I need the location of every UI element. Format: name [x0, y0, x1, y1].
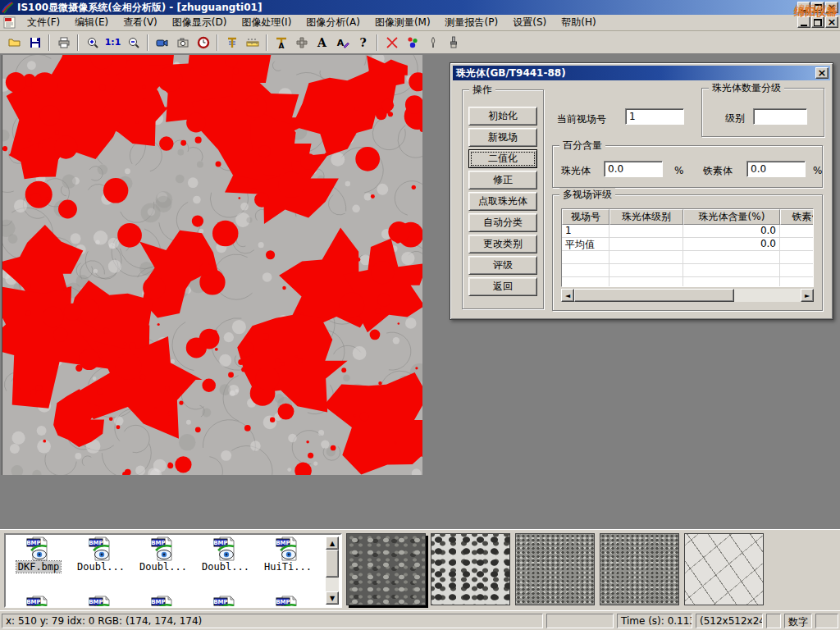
- maximize-button[interactable]: [811, 2, 824, 13]
- thumbnail-2[interactable]: [431, 533, 510, 605]
- toolbar-separator: [217, 34, 218, 51]
- operation-button[interactable]: 评级: [468, 256, 537, 275]
- mdi-restore-button[interactable]: [811, 16, 824, 28]
- operation-button[interactable]: 点取珠光体: [468, 192, 537, 211]
- file-item[interactable]: BMP Doubl...: [194, 536, 257, 573]
- scroll-right-icon[interactable]: ►: [801, 289, 814, 302]
- operation-button[interactable]: 初始化: [468, 107, 537, 126]
- operation-button[interactable]: 二值化: [468, 149, 537, 168]
- help-icon[interactable]: ?: [353, 33, 373, 52]
- brush-icon[interactable]: [443, 33, 463, 52]
- scroll-left-icon[interactable]: ◄: [561, 289, 574, 302]
- operation-button[interactable]: 返回: [468, 277, 537, 296]
- operations-group-label: 操作: [469, 83, 495, 97]
- timer-icon[interactable]: [193, 33, 213, 52]
- level-input[interactable]: [753, 108, 807, 125]
- curve-cut-icon[interactable]: [381, 33, 402, 52]
- file-item[interactable]: BMP: [7, 596, 70, 608]
- operation-button[interactable]: 更改类别: [468, 235, 537, 253]
- video-capture-icon[interactable]: [152, 33, 172, 52]
- scroll-down-icon[interactable]: ▼: [326, 591, 339, 605]
- cell-field-no: 1: [562, 225, 609, 238]
- operation-button[interactable]: 修正: [468, 171, 537, 189]
- dialog-close-icon[interactable]: [815, 67, 829, 79]
- save-icon[interactable]: [25, 33, 45, 52]
- menu-item[interactable]: 图像显示(D): [165, 14, 235, 31]
- file-vertical-scrollbar[interactable]: ▲ ▼: [326, 536, 339, 605]
- file-browser[interactable]: BMP DKF.bmp BMP Doubl... BMP Doubl... BM…: [4, 533, 342, 608]
- header-ferrite-content[interactable]: 铁素体含量(%): [780, 209, 814, 225]
- ferrite-percent-input[interactable]: 0.0: [746, 161, 806, 177]
- menu-item[interactable]: 查看(V): [116, 14, 165, 31]
- mdi-minimize-button[interactable]: [797, 16, 810, 28]
- file-name: Doubl...: [75, 561, 126, 573]
- menu-item[interactable]: 图像测量(M): [368, 14, 438, 31]
- thumbnail-1[interactable]: [346, 533, 426, 605]
- thumbnail-4[interactable]: [600, 533, 679, 605]
- scroll-up-icon[interactable]: ▲: [326, 536, 339, 550]
- file-item[interactable]: BMP HuiTi...: [257, 536, 319, 573]
- header-field-no[interactable]: 视场号: [562, 209, 609, 225]
- menu-item[interactable]: 设置(S): [505, 14, 554, 31]
- mdi-close-button[interactable]: [825, 16, 838, 28]
- scrollbar-thumb[interactable]: [574, 289, 734, 302]
- menu-item[interactable]: 测量报告(P): [438, 14, 506, 31]
- file-item[interactable]: BMP: [70, 596, 132, 608]
- menu-item[interactable]: 帮助(H): [554, 14, 603, 31]
- snapshot-icon[interactable]: [172, 33, 193, 52]
- ferrite-label: 铁素体: [703, 164, 733, 178]
- toolbar-separator: [147, 34, 148, 51]
- thumbnail-3[interactable]: [515, 533, 595, 605]
- header-pearlite-grade[interactable]: 珠光体级别: [609, 209, 683, 225]
- print-icon[interactable]: [53, 33, 74, 52]
- caliper-icon[interactable]: [221, 33, 242, 52]
- file-item[interactable]: BMP: [132, 596, 194, 608]
- table-horizontal-scrollbar[interactable]: ◄ ►: [561, 289, 814, 302]
- menu-item[interactable]: 文件(F): [20, 14, 67, 31]
- file-item[interactable]: BMP: [194, 596, 257, 608]
- minimize-button[interactable]: [797, 2, 810, 13]
- file-item[interactable]: BMP: [257, 596, 319, 608]
- menu-item[interactable]: 图像分析(A): [299, 14, 368, 31]
- header-pearlite-content[interactable]: 珠光体含量(%): [683, 209, 780, 225]
- micrograph-image[interactable]: [2, 55, 422, 475]
- annotate-icon[interactable]: A: [332, 33, 353, 52]
- status-cursor-info: x: 510 y: 79 idx: 0 RGB: (174, 174, 174): [2, 614, 543, 628]
- menu-item[interactable]: 图像处理(I): [234, 14, 299, 31]
- pick-pen-icon[interactable]: [422, 33, 443, 52]
- table-row-empty: [562, 251, 813, 264]
- classify-icon[interactable]: [402, 33, 422, 52]
- scrollbar-thumb[interactable]: [326, 550, 339, 578]
- toolbar-separator: [77, 34, 79, 51]
- operation-button[interactable]: 新视场: [468, 128, 537, 147]
- menu-item[interactable]: 编辑(E): [67, 14, 116, 31]
- pearlite-percent-input[interactable]: 0.0: [604, 161, 663, 177]
- bmp-file-icon: BMP: [151, 536, 176, 561]
- cell-ferrite: [780, 225, 814, 238]
- text-icon[interactable]: A: [312, 33, 332, 52]
- table-row[interactable]: 1 0.0: [562, 225, 813, 238]
- grid-cross-icon[interactable]: [291, 33, 312, 52]
- open-icon[interactable]: [4, 33, 25, 52]
- cell-ferrite: [780, 238, 814, 251]
- current-field-label: 当前视场号: [557, 112, 606, 126]
- dialog-title-bar[interactable]: 珠光体(GB/T9441-88): [453, 66, 830, 80]
- thumbnail-5[interactable]: [684, 533, 764, 605]
- file-item[interactable]: BMP Doubl...: [70, 536, 132, 573]
- close-button[interactable]: [825, 2, 838, 13]
- multi-field-group: 多视场评级 视场号 珠光体级别 珠光体含量(%) 铁素体含量(%) 1 0.0 …: [552, 194, 823, 311]
- current-field-input[interactable]: 1: [625, 108, 684, 125]
- zoom-in-icon[interactable]: [82, 33, 103, 52]
- measure-text-icon[interactable]: A: [271, 33, 291, 52]
- percent-group-label: 百分含量: [559, 139, 605, 153]
- level-label: 级别: [725, 112, 745, 126]
- file-item[interactable]: BMP Doubl...: [132, 536, 194, 573]
- zoom-actual-icon[interactable]: 1:1: [103, 33, 123, 52]
- ruler-icon[interactable]: [242, 33, 262, 52]
- table-row[interactable]: 平均值 0.0: [562, 238, 813, 251]
- rating-table[interactable]: 视场号 珠光体级别 珠光体含量(%) 铁素体含量(%) 1 0.0 平均值 0.…: [561, 208, 814, 287]
- zoom-out-icon[interactable]: [123, 33, 144, 52]
- file-item[interactable]: BMP DKF.bmp: [7, 536, 70, 573]
- operation-button[interactable]: 自动分类: [468, 213, 537, 232]
- cell-pearlite: 0.0: [683, 238, 780, 251]
